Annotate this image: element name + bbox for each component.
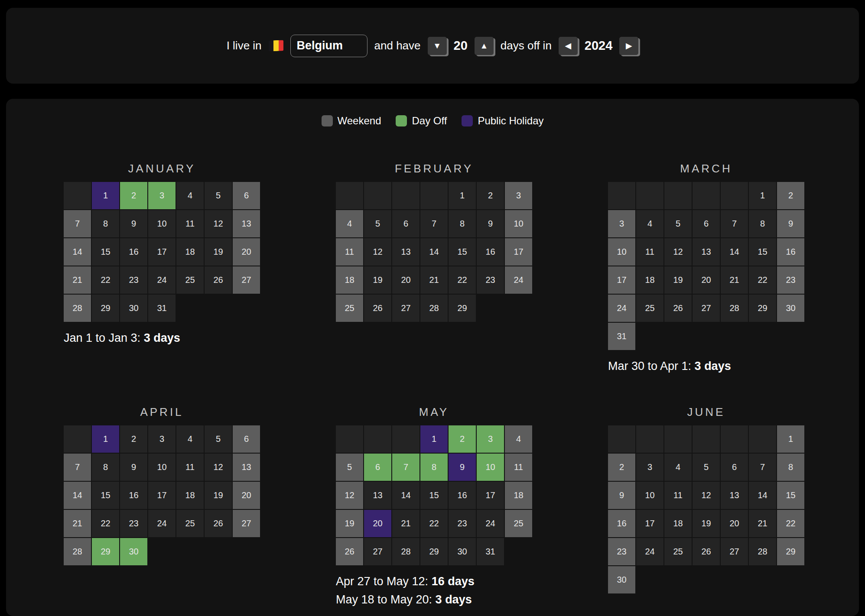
day-cell[interactable]: 11 <box>505 454 532 481</box>
day-cell[interactable]: 21 <box>64 510 91 537</box>
day-cell[interactable]: 26 <box>693 538 720 565</box>
day-cell[interactable]: 28 <box>721 295 748 322</box>
day-cell[interactable]: 1 <box>92 425 119 453</box>
next-year-button[interactable]: ▶ <box>619 37 638 55</box>
day-cell[interactable]: 7 <box>392 454 419 481</box>
day-cell[interactable]: 22 <box>420 510 448 537</box>
day-cell[interactable]: 7 <box>64 210 91 237</box>
day-cell[interactable]: 7 <box>64 454 91 481</box>
day-cell[interactable]: 19 <box>205 238 232 266</box>
day-cell[interactable]: 17 <box>148 482 176 509</box>
day-cell[interactable]: 19 <box>664 266 692 294</box>
day-cell[interactable]: 24 <box>608 295 635 322</box>
day-cell[interactable]: 28 <box>420 295 448 322</box>
day-cell[interactable]: 31 <box>477 538 504 565</box>
day-cell[interactable]: 30 <box>449 538 476 565</box>
day-cell[interactable]: 21 <box>721 266 748 294</box>
day-cell[interactable]: 3 <box>608 210 635 237</box>
day-cell[interactable]: 27 <box>392 295 419 322</box>
day-cell[interactable]: 30 <box>608 566 635 593</box>
day-cell[interactable]: 30 <box>120 295 147 322</box>
day-cell[interactable]: 20 <box>233 238 260 266</box>
day-cell[interactable]: 2 <box>777 182 804 209</box>
decrease-days-button[interactable]: ▼ <box>428 37 447 55</box>
day-cell[interactable]: 13 <box>364 482 391 509</box>
day-cell[interactable]: 5 <box>664 210 692 237</box>
day-cell[interactable]: 27 <box>721 538 748 565</box>
day-cell[interactable]: 24 <box>148 266 176 294</box>
previous-year-button[interactable]: ◀ <box>559 37 578 55</box>
day-cell[interactable]: 10 <box>608 238 635 266</box>
day-cell[interactable]: 5 <box>364 210 391 237</box>
day-cell[interactable]: 11 <box>176 210 204 237</box>
day-cell[interactable]: 14 <box>420 238 448 266</box>
day-cell[interactable]: 18 <box>664 510 692 537</box>
day-cell[interactable]: 25 <box>176 266 204 294</box>
day-cell[interactable]: 18 <box>636 266 663 294</box>
day-cell[interactable]: 9 <box>449 454 476 481</box>
day-cell[interactable]: 16 <box>449 482 476 509</box>
day-cell[interactable]: 10 <box>636 482 663 509</box>
day-cell[interactable]: 26 <box>205 266 232 294</box>
day-cell[interactable]: 5 <box>205 425 232 453</box>
day-cell[interactable]: 5 <box>205 182 232 209</box>
day-cell[interactable]: 8 <box>92 210 119 237</box>
day-cell[interactable]: 19 <box>205 482 232 509</box>
day-cell[interactable]: 13 <box>721 482 748 509</box>
day-cell[interactable]: 3 <box>636 454 663 481</box>
day-cell[interactable]: 5 <box>336 454 363 481</box>
day-cell[interactable]: 12 <box>205 210 232 237</box>
day-cell[interactable]: 4 <box>336 210 363 237</box>
day-cell[interactable]: 27 <box>233 510 260 537</box>
day-cell[interactable]: 2 <box>608 454 635 481</box>
day-cell[interactable]: 4 <box>636 210 663 237</box>
day-cell[interactable]: 8 <box>777 454 804 481</box>
day-cell[interactable]: 22 <box>92 266 119 294</box>
day-cell[interactable]: 11 <box>176 454 204 481</box>
day-cell[interactable]: 2 <box>477 182 504 209</box>
day-cell[interactable]: 28 <box>749 538 776 565</box>
day-cell[interactable]: 4 <box>176 182 204 209</box>
day-cell[interactable]: 16 <box>120 238 147 266</box>
day-cell[interactable]: 21 <box>64 266 91 294</box>
day-cell[interactable]: 11 <box>336 238 363 266</box>
day-cell[interactable]: 10 <box>505 210 532 237</box>
day-cell[interactable]: 24 <box>505 266 532 294</box>
day-cell[interactable]: 21 <box>392 510 419 537</box>
day-cell[interactable]: 17 <box>148 238 176 266</box>
day-cell[interactable]: 15 <box>749 238 776 266</box>
day-cell[interactable]: 29 <box>777 538 804 565</box>
day-cell[interactable]: 22 <box>749 266 776 294</box>
day-cell[interactable]: 1 <box>749 182 776 209</box>
day-cell[interactable]: 1 <box>420 425 448 453</box>
day-cell[interactable]: 31 <box>608 323 635 350</box>
day-cell[interactable]: 12 <box>693 482 720 509</box>
day-cell[interactable]: 16 <box>120 482 147 509</box>
day-cell[interactable]: 20 <box>392 266 419 294</box>
day-cell[interactable]: 5 <box>693 454 720 481</box>
day-cell[interactable]: 31 <box>148 295 176 322</box>
day-cell[interactable]: 16 <box>777 238 804 266</box>
day-cell[interactable]: 2 <box>120 425 147 453</box>
day-cell[interactable]: 2 <box>120 182 147 209</box>
day-cell[interactable]: 13 <box>392 238 419 266</box>
day-cell[interactable]: 13 <box>233 454 260 481</box>
day-cell[interactable]: 10 <box>148 454 176 481</box>
day-cell[interactable]: 17 <box>505 238 532 266</box>
day-cell[interactable]: 12 <box>364 238 391 266</box>
day-cell[interactable]: 23 <box>120 510 147 537</box>
day-cell[interactable]: 27 <box>233 266 260 294</box>
day-cell[interactable]: 13 <box>693 238 720 266</box>
day-cell[interactable]: 29 <box>449 295 476 322</box>
day-cell[interactable]: 14 <box>392 482 419 509</box>
day-cell[interactable]: 6 <box>392 210 419 237</box>
day-cell[interactable]: 7 <box>721 210 748 237</box>
day-cell[interactable]: 6 <box>364 454 391 481</box>
day-cell[interactable]: 30 <box>777 295 804 322</box>
day-cell[interactable]: 4 <box>505 425 532 453</box>
day-cell[interactable]: 25 <box>176 510 204 537</box>
day-cell[interactable]: 14 <box>749 482 776 509</box>
day-cell[interactable]: 18 <box>176 238 204 266</box>
day-cell[interactable]: 22 <box>92 510 119 537</box>
day-cell[interactable]: 7 <box>420 210 448 237</box>
